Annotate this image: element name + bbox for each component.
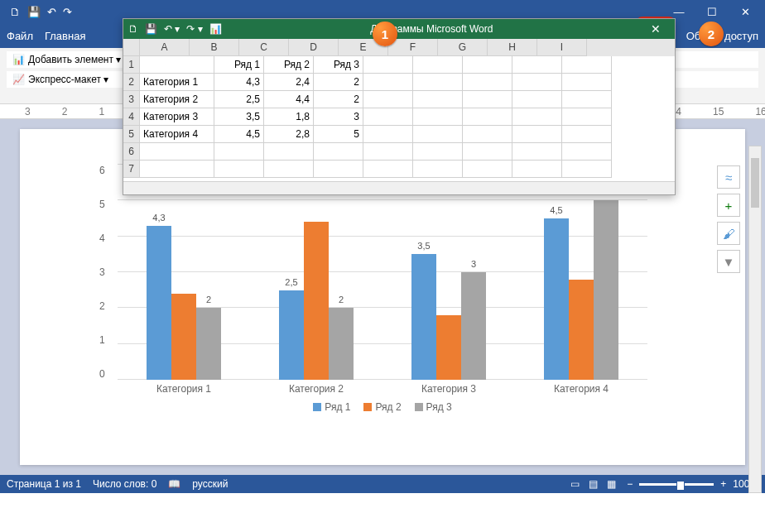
excel-cell[interactable] <box>363 161 413 178</box>
menu-home[interactable]: Главная <box>45 30 85 42</box>
excel-cell[interactable] <box>512 56 562 74</box>
legend[interactable]: Ряд 1Ряд 2Ряд 3 <box>93 401 672 413</box>
excel-qat-2[interactable]: ↶ ▾ <box>164 23 180 35</box>
bar[interactable]: 2 <box>329 308 354 380</box>
bar-group[interactable]: 3,53 <box>399 165 498 380</box>
excel-cell[interactable] <box>512 74 562 91</box>
excel-close-button[interactable]: ✕ <box>642 22 670 36</box>
excel-cell[interactable] <box>512 126 562 143</box>
excel-col-head[interactable]: I <box>537 39 587 56</box>
excel-cell[interactable] <box>214 143 264 161</box>
excel-cell[interactable] <box>413 161 463 178</box>
excel-col-head[interactable]: H <box>488 39 537 56</box>
legend-item[interactable]: Ряд 1 <box>313 401 350 413</box>
excel-cell[interactable] <box>363 91 413 108</box>
bar[interactable]: 3,5 <box>411 254 436 380</box>
bar[interactable]: 4,5 <box>544 218 569 380</box>
view-read-icon[interactable]: ▭ <box>565 478 584 490</box>
excel-cell[interactable]: 3,5 <box>214 108 264 126</box>
chart-layout-button[interactable]: ≈ <box>717 165 740 189</box>
excel-cell[interactable] <box>314 143 363 161</box>
excel-cell[interactable] <box>363 56 413 74</box>
excel-col-head[interactable]: A <box>140 39 190 56</box>
excel-row[interactable]: 7 <box>123 161 675 178</box>
bar-group[interactable]: 4,32 <box>134 165 233 380</box>
excel-cell[interactable]: 4,3 <box>214 74 264 91</box>
excel-cell[interactable] <box>413 143 463 161</box>
excel-cell[interactable] <box>463 91 512 108</box>
excel-cell[interactable]: 4,4 <box>264 91 314 108</box>
legend-item[interactable]: Ряд 3 <box>415 401 452 413</box>
view-web-icon[interactable]: ▦ <box>602 478 620 490</box>
excel-cell[interactable] <box>562 126 612 143</box>
excel-row[interactable]: 3Категория 22,54,42 <box>123 91 675 108</box>
excel-cell[interactable] <box>463 143 512 161</box>
bar[interactable] <box>569 280 594 380</box>
excel-hscrollbar[interactable] <box>123 181 675 194</box>
excel-cell[interactable] <box>140 56 214 74</box>
excel-cell[interactable] <box>463 74 512 91</box>
excel-cell[interactable] <box>562 161 612 178</box>
excel-qat-1[interactable]: 💾 <box>145 23 157 35</box>
bar[interactable]: 5 <box>594 200 618 380</box>
excel-col-head[interactable]: C <box>239 39 289 56</box>
excel-cell[interactable] <box>562 91 612 108</box>
excel-cell[interactable] <box>512 143 562 161</box>
excel-cell[interactable] <box>363 143 413 161</box>
minimize-icon[interactable]: — <box>662 6 695 18</box>
excel-cell[interactable]: 2 <box>314 91 363 108</box>
excel-cell[interactable]: 2,8 <box>264 126 314 143</box>
view-print-icon[interactable]: ▤ <box>584 478 602 490</box>
excel-qat-4[interactable]: 📊 <box>209 23 222 35</box>
excel-cell[interactable]: Ряд 2 <box>264 56 314 74</box>
excel-cell[interactable]: Ряд 3 <box>314 56 363 74</box>
excel-qat-3[interactable]: ↷ ▾ <box>186 23 202 35</box>
bar-group[interactable]: 4,55 <box>532 165 631 380</box>
chart-add-button[interactable]: + <box>717 194 740 217</box>
vertical-scrollbar[interactable] <box>748 146 762 493</box>
bar[interactable] <box>171 294 196 380</box>
excel-cell[interactable]: 3 <box>314 108 363 126</box>
excel-cell[interactable] <box>562 74 612 91</box>
excel-cell[interactable] <box>562 108 612 126</box>
bar[interactable]: 3 <box>461 272 486 380</box>
excel-cell[interactable] <box>140 143 214 161</box>
excel-cell[interactable] <box>413 91 463 108</box>
excel-cell[interactable] <box>413 126 463 143</box>
bar-group[interactable]: 2,52 <box>267 165 366 380</box>
excel-cell[interactable] <box>314 161 363 178</box>
excel-cell[interactable] <box>562 56 612 74</box>
zoom-slider[interactable] <box>639 483 714 486</box>
bar[interactable]: 2 <box>196 308 221 380</box>
bar[interactable]: 4,3 <box>147 226 171 380</box>
excel-cell[interactable]: 2 <box>314 74 363 91</box>
chart-filter-button[interactable]: ▼ <box>717 250 740 273</box>
excel-cell[interactable] <box>512 161 562 178</box>
undo-icon[interactable]: ↶ <box>47 6 56 18</box>
zoom-out-button[interactable]: − <box>627 478 633 490</box>
excel-row[interactable]: 4Категория 33,51,83 <box>123 108 675 126</box>
excel-cell[interactable] <box>363 108 413 126</box>
excel-cell[interactable] <box>463 56 512 74</box>
excel-row[interactable]: 1Ряд 1Ряд 2Ряд 3 <box>123 56 675 74</box>
excel-grid[interactable]: ABCDEFGHI 1Ряд 1Ряд 2Ряд 32Категория 14,… <box>123 39 675 178</box>
excel-cell[interactable] <box>413 74 463 91</box>
excel-cell[interactable] <box>463 161 512 178</box>
excel-cell[interactable]: 2,4 <box>264 74 314 91</box>
status-spellcheck-icon[interactable]: 📖 <box>168 478 180 490</box>
status-wordcount[interactable]: Число слов: 0 <box>93 478 156 490</box>
excel-cell[interactable]: Категория 3 <box>140 108 214 126</box>
status-language[interactable]: русский <box>192 478 228 490</box>
zoom-in-button[interactable]: + <box>720 478 726 490</box>
excel-row[interactable]: 2Категория 14,32,42 <box>123 74 675 91</box>
excel-qat-0[interactable]: 🗋 <box>128 23 138 35</box>
excel-cell[interactable] <box>413 108 463 126</box>
excel-cell[interactable]: 5 <box>314 126 363 143</box>
excel-column-headers[interactable]: ABCDEFGHI <box>123 39 675 56</box>
menu-file[interactable]: Файл <box>7 30 33 42</box>
excel-cell[interactable]: 2,5 <box>214 91 264 108</box>
excel-cell[interactable]: 4,5 <box>214 126 264 143</box>
excel-cell[interactable] <box>463 108 512 126</box>
redo-icon[interactable]: ↷ <box>63 6 72 18</box>
excel-cell[interactable] <box>264 143 314 161</box>
